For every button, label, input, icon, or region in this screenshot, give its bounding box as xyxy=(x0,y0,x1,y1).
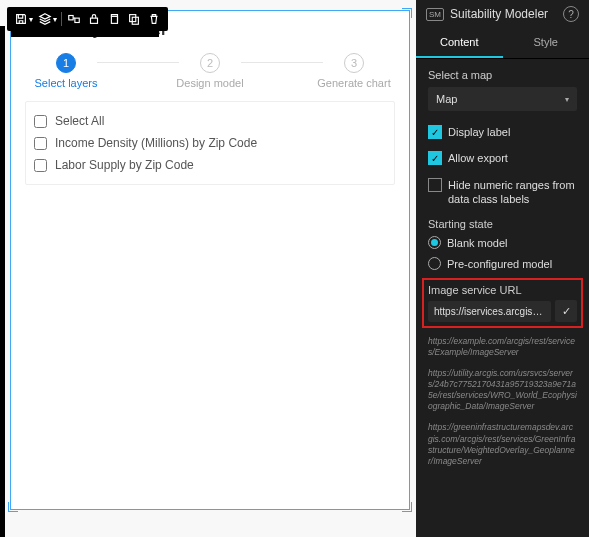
step-label: Design model xyxy=(169,77,251,89)
link-icon[interactable] xyxy=(64,9,84,29)
url-label: Image service URL xyxy=(428,284,577,296)
chevron-down-icon[interactable]: ▾ xyxy=(53,15,57,24)
step-generate-chart[interactable]: 3 Generate chart xyxy=(313,53,395,89)
step-connector xyxy=(241,62,323,63)
chevron-down-icon: ▾ xyxy=(565,95,569,104)
display-label-row[interactable]: ✓ Display label xyxy=(428,125,577,139)
example-url-text: https://example.com/arcgis/rest/services… xyxy=(428,336,577,358)
panel-tabs: Content Style xyxy=(416,28,589,59)
chevron-down-icon[interactable]: ▾ xyxy=(29,15,33,24)
separator xyxy=(61,12,62,26)
widget-frame[interactable]: ▾ ▾ Suitability Modeler 1 Select layers xyxy=(10,10,410,510)
resize-handle-br[interactable] xyxy=(402,502,412,512)
layer-label: Labor Supply by Zip Code xyxy=(55,158,194,172)
resize-handle-bl[interactable] xyxy=(8,502,18,512)
hide-ranges-row[interactable]: Hide numeric ranges from data class labe… xyxy=(428,178,577,207)
blank-model-row[interactable]: Blank model xyxy=(428,236,577,249)
panel-body[interactable]: Select a map Map ▾ ✓ Display label ✓ All… xyxy=(416,59,589,537)
allow-export-text: Allow export xyxy=(448,151,508,165)
select-map-label: Select a map xyxy=(428,69,577,81)
select-all-checkbox[interactable] xyxy=(34,115,47,128)
url-confirm-button[interactable]: ✓ xyxy=(555,300,577,322)
save-icon[interactable] xyxy=(11,9,31,29)
select-all-row[interactable]: Select All xyxy=(34,110,386,132)
step-connector xyxy=(97,62,179,63)
image-service-url-section: Image service URL https://iservices.arcg… xyxy=(422,278,583,328)
panel-header: SM Suitability Modeler ? xyxy=(416,0,589,28)
checkbox-unchecked-icon[interactable] xyxy=(428,178,442,192)
widget-type-icon: SM xyxy=(426,8,444,21)
layer-checkbox[interactable] xyxy=(34,137,47,150)
hide-ranges-text: Hide numeric ranges from data class labe… xyxy=(448,178,577,207)
radio-unchecked-icon[interactable] xyxy=(428,257,441,270)
svg-rect-0 xyxy=(69,16,73,20)
config-panel: SM Suitability Modeler ? Content Style S… xyxy=(416,0,589,537)
step-label: Select layers xyxy=(25,77,107,89)
svg-rect-2 xyxy=(91,18,98,23)
step-number: 1 xyxy=(56,53,76,73)
left-strip xyxy=(0,26,5,537)
step-number: 3 xyxy=(344,53,364,73)
layer-checkbox[interactable] xyxy=(34,159,47,172)
example-url-text: https://utility.arcgis.com/usrsvcs/serve… xyxy=(428,368,577,412)
svg-rect-1 xyxy=(75,18,79,22)
list-item[interactable]: Income Density (Millions) by Zip Code xyxy=(34,132,386,154)
checkbox-checked-icon[interactable]: ✓ xyxy=(428,125,442,139)
tab-style[interactable]: Style xyxy=(503,28,590,58)
step-label: Generate chart xyxy=(313,77,395,89)
layers-icon[interactable] xyxy=(35,9,55,29)
example-url-text: https://greeninfrastructuremapsdev.arcgi… xyxy=(428,422,577,466)
display-label-text: Display label xyxy=(448,125,510,139)
select-all-label: Select All xyxy=(55,114,104,128)
svg-rect-3 xyxy=(111,16,117,23)
delete-icon[interactable] xyxy=(144,9,164,29)
layer-label: Income Density (Millions) by Zip Code xyxy=(55,136,257,150)
steps-row: 1 Select layers 2 Design model 3 Generat… xyxy=(25,53,395,89)
preconfigured-text: Pre-configured model xyxy=(447,258,552,270)
lock-icon[interactable] xyxy=(84,9,104,29)
url-input[interactable]: https://iservices.arcgis.co... xyxy=(428,301,551,322)
map-select[interactable]: Map ▾ xyxy=(428,87,577,111)
layers-list: Select All Income Density (Millions) by … xyxy=(25,101,395,185)
copy-icon[interactable] xyxy=(104,9,124,29)
allow-export-row[interactable]: ✓ Allow export xyxy=(428,151,577,165)
tab-content[interactable]: Content xyxy=(416,28,503,58)
step-select-layers[interactable]: 1 Select layers xyxy=(25,53,107,89)
duplicate-icon[interactable] xyxy=(124,9,144,29)
checkbox-checked-icon[interactable]: ✓ xyxy=(428,151,442,165)
map-select-value: Map xyxy=(436,93,457,105)
starting-state-label: Starting state xyxy=(428,218,577,230)
blank-model-text: Blank model xyxy=(447,237,508,249)
help-icon[interactable]: ? xyxy=(563,6,579,22)
list-item[interactable]: Labor Supply by Zip Code xyxy=(34,154,386,176)
design-canvas[interactable]: ▾ ▾ Suitability Modeler 1 Select layers xyxy=(0,0,416,537)
radio-checked-icon[interactable] xyxy=(428,236,441,249)
step-design-model[interactable]: 2 Design model xyxy=(169,53,251,89)
resize-handle-tr[interactable] xyxy=(402,8,412,18)
step-number: 2 xyxy=(200,53,220,73)
preconfigured-row[interactable]: Pre-configured model xyxy=(428,257,577,270)
panel-title: Suitability Modeler xyxy=(450,7,557,21)
widget-toolbar: ▾ ▾ xyxy=(7,7,168,31)
